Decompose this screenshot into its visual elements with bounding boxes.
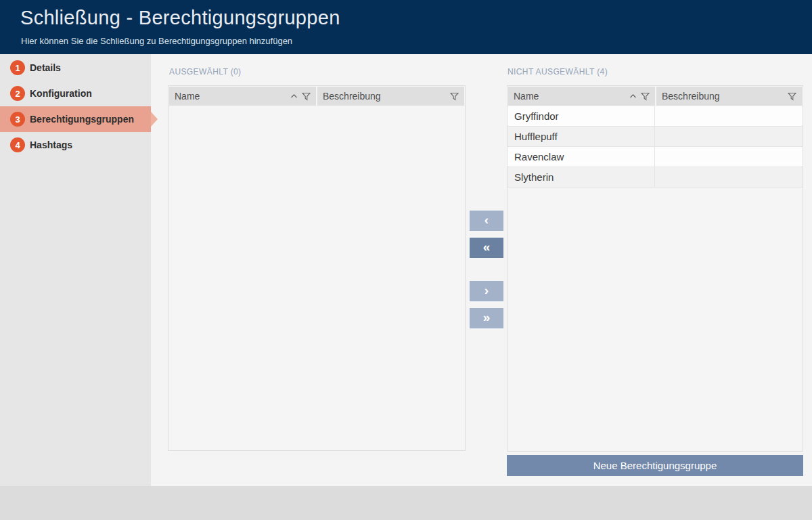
chevron-left-icon: ‹ — [484, 213, 489, 226]
row-name-cell[interactable]: Slytherin — [508, 167, 655, 187]
unselected-table-header: Name Beschreibung — [508, 87, 802, 106]
sidebar-item-label: Hashtags — [30, 132, 72, 158]
row-description-cell[interactable] — [655, 147, 803, 167]
column-header-beschreibung[interactable]: Beschreibung — [317, 87, 464, 106]
filter-icon[interactable] — [788, 92, 796, 101]
row-description-cell[interactable] — [655, 167, 803, 187]
row-name-cell[interactable]: Gryffindor — [508, 106, 655, 126]
new-permission-group-button[interactable]: Neue Berechtigungsgruppe — [507, 455, 803, 476]
selected-table: Name Beschreibung — [168, 85, 466, 451]
table-row[interactable]: Slytherin — [508, 167, 803, 188]
filter-icon[interactable] — [641, 92, 650, 101]
table-row[interactable]: Hufflepuff — [508, 127, 803, 147]
unselected-table: Name Beschreibung Gryffindor Hufflepuff … — [507, 85, 803, 452]
column-header-label: Beschreibung — [323, 91, 381, 102]
table-row[interactable]: Gryffindor — [508, 106, 803, 127]
wizard-footer: Weiteres Objekt erstellen < Zurück Weite… — [0, 486, 812, 520]
selected-panel-heading: AUSGEWÄHLT (0) — [169, 67, 242, 77]
sidebar-item-label: Details — [30, 55, 61, 81]
page-subtitle: Hier können Sie die Schließung zu Berech… — [21, 36, 292, 46]
sidebar-item-label: Berechtigungsgruppen — [30, 106, 134, 132]
filter-icon[interactable] — [302, 92, 311, 101]
double-chevron-left-icon: « — [483, 240, 491, 253]
sidebar-item-hashtags[interactable]: 4 Hashtags — [0, 132, 151, 158]
sort-ascending-icon[interactable] — [290, 93, 298, 99]
table-row[interactable]: Ravenclaw — [508, 147, 803, 167]
move-right-button[interactable]: › — [470, 281, 503, 301]
column-header-label: Name — [175, 91, 200, 102]
row-description-cell[interactable] — [655, 127, 803, 146]
sidebar-item-label: Konfiguration — [30, 81, 92, 106]
selected-table-header: Name Beschreibung — [169, 87, 464, 106]
sidebar-item-berechtigungsgruppen[interactable]: 3 Berechtigungsgruppen — [0, 106, 151, 132]
page-title: Schließung - Berechtigungsgruppen — [20, 7, 340, 29]
column-header-beschreibung[interactable]: Beschreibung — [656, 87, 802, 106]
move-all-left-button[interactable]: « — [470, 238, 503, 258]
column-header-name[interactable]: Name — [508, 87, 655, 106]
unselected-panel-heading: NICHT AUSGEWÄHLT (4) — [508, 67, 608, 77]
chevron-right-icon: › — [484, 284, 489, 297]
sidebar-item-details[interactable]: 1 Details — [0, 55, 151, 81]
column-header-label: Name — [514, 91, 539, 102]
wizard-step-sidebar: 1 Details 2 Konfiguration 3 Berechtigung… — [0, 54, 151, 486]
row-name-cell[interactable]: Ravenclaw — [508, 147, 655, 167]
row-description-cell[interactable] — [655, 106, 803, 126]
move-left-button[interactable]: ‹ — [470, 211, 503, 231]
column-header-name[interactable]: Name — [169, 87, 316, 106]
double-chevron-right-icon: » — [483, 311, 491, 324]
step-number-badge: 2 — [10, 86, 25, 101]
sidebar-item-konfiguration[interactable]: 2 Konfiguration — [0, 81, 151, 106]
step-number-badge: 1 — [10, 60, 25, 75]
dialog-header: Schließung - Berechtigungsgruppen Hier k… — [0, 0, 812, 54]
row-name-cell[interactable]: Hufflepuff — [508, 127, 655, 146]
column-header-label: Beschreibung — [662, 91, 720, 102]
filter-icon[interactable] — [450, 92, 459, 101]
sort-ascending-icon[interactable] — [629, 93, 637, 99]
step-number-badge: 3 — [10, 112, 25, 127]
move-all-right-button[interactable]: » — [470, 308, 503, 328]
step-number-badge: 4 — [10, 137, 25, 152]
